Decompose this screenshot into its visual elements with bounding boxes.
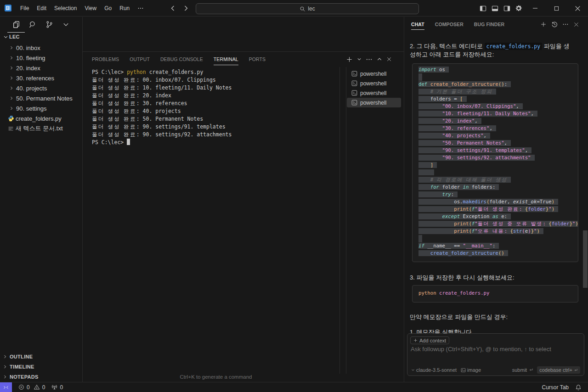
panel-more-actions-icon[interactable] [366, 56, 373, 63]
menu-run[interactable]: Run [116, 2, 134, 14]
korean-text-run: 생성 [108, 123, 121, 130]
menu-view[interactable]: View [81, 2, 101, 14]
toggle-panel-button[interactable] [489, 0, 501, 17]
problems-indicator[interactable]: 0 0 [18, 384, 45, 391]
toggle-primary-sidebar-button[interactable] [477, 0, 489, 17]
terminal-session-item[interactable]: powershell [347, 78, 401, 88]
terminal-session-item[interactable]: powershell [347, 69, 401, 78]
panel-tab-ports[interactable]: PORTS [249, 52, 266, 67]
chat-scrollbar-thumb[interactable] [583, 230, 588, 288]
folder-name: 40. projects [16, 85, 47, 92]
menu-selection[interactable]: Selection [51, 2, 81, 14]
code-line [418, 235, 578, 242]
sidebar-section-outline[interactable]: OUTLINE [0, 352, 82, 362]
plus-icon [413, 338, 418, 342]
chat-input-box[interactable]: Add context Ask followup (Ctrl+Shift+Y),… [407, 333, 584, 376]
menu-more[interactable] [134, 2, 148, 14]
submit-button[interactable]: submit [512, 367, 533, 373]
more-views-chevron-icon[interactable] [57, 17, 74, 32]
search-view-icon[interactable] [24, 17, 41, 32]
korean-text-run: 생성 [108, 100, 121, 106]
panel-tab-debug-console[interactable]: DEBUG CONSOLE [160, 52, 203, 67]
tree-twisty [8, 76, 15, 80]
terminal-line: 폴더 생성 완료: 90. settings/91. templates [92, 123, 340, 131]
selection-highlight: # 기본 폴더 구조 정의 [418, 89, 496, 95]
code-token: folder [528, 206, 546, 212]
tree-file[interactable]: create_folders.py [0, 113, 82, 123]
terminal-output[interactable]: PS C:\lec> python create_folders.py폴더 생성… [92, 68, 340, 146]
add-context-button[interactable]: Add context [410, 336, 449, 344]
sidebar-section-notepads[interactable]: NOTEPADS [0, 372, 82, 382]
model-selector[interactable]: claude-3.5-sonnet [411, 367, 457, 373]
panel-tab-output[interactable]: OUTPUT [130, 52, 150, 67]
tree-folder[interactable]: 30. references [0, 73, 82, 83]
attach-image-button[interactable]: image [461, 367, 481, 373]
tree-folder[interactable]: 00. inbox [0, 43, 82, 53]
tree-file[interactable]: 새 텍스트 문서.txt [0, 123, 82, 134]
file-name: 새 텍스트 문서.txt [16, 124, 63, 133]
code-line: except Exception as e: [418, 213, 578, 220]
code-token: , [525, 147, 528, 153]
menu-edit[interactable]: Edit [33, 2, 51, 14]
codebase-button[interactable]: codebase ctrl+ [537, 366, 580, 374]
submit-label: submit [512, 367, 527, 373]
code-token: : [492, 243, 495, 249]
korean-text-run: 완료 [124, 92, 136, 99]
chat-tab-bug-finder[interactable]: BUG FINDER [474, 17, 504, 32]
panel-tab-problems[interactable]: PROBLEMS [92, 52, 119, 67]
code-token: "오류 내용: [475, 228, 510, 234]
window-minimize-button[interactable] [525, 0, 546, 17]
code-token: () [498, 250, 504, 256]
panel-maximize-chevron-icon[interactable] [377, 56, 382, 62]
tree-folder[interactable]: 50. Permanent Notes [0, 93, 82, 103]
workspace-root-label: LEC [9, 34, 20, 39]
chat-close-icon[interactable] [573, 22, 579, 28]
explorer-sidebar: LEC 00. inbox10. fleeting20. index30. re… [0, 17, 83, 382]
code-token: folders: [469, 184, 495, 190]
window-maximize-button[interactable] [546, 0, 567, 17]
tree-folder[interactable]: 10. fleeting [0, 53, 82, 63]
ports-indicator[interactable]: 0 [51, 384, 63, 391]
korean-text-run: 기본 [436, 89, 448, 95]
command-center-search[interactable]: lec [196, 3, 419, 14]
menu-go[interactable]: Go [101, 2, 116, 14]
chat-more-actions-icon[interactable] [562, 21, 569, 28]
source-control-view-icon[interactable] [41, 17, 57, 32]
tree-folder[interactable]: 90. settings [0, 103, 82, 113]
chat-history-icon[interactable] [551, 21, 558, 28]
cursor-tab-indicator[interactable]: Cursor Tab [542, 384, 569, 391]
terminal-session-item[interactable]: powershell [347, 88, 401, 98]
panel-tab-terminal[interactable]: TERMINAL [214, 52, 238, 67]
window-close-button[interactable] [567, 0, 588, 17]
terminal-session-item[interactable]: powershell [347, 98, 401, 107]
explorer-view-icon[interactable] [8, 17, 24, 32]
forward-arrow-icon[interactable] [182, 5, 190, 12]
run-command-code-block[interactable]: python create_folders.py [412, 285, 578, 302]
tree-folder[interactable]: 20. index [0, 63, 82, 73]
chat-tab-chat[interactable]: CHAT [411, 17, 424, 32]
new-terminal-button[interactable] [346, 56, 353, 63]
code-token [418, 169, 430, 175]
sidebar-section-label: OUTLINE [10, 354, 33, 359]
python-code-block[interactable]: import osdef create_folder_structure(): … [412, 63, 578, 262]
remote-indicator[interactable] [0, 382, 12, 392]
back-arrow-icon[interactable] [169, 5, 176, 12]
code-token: ) [537, 228, 540, 234]
terminal-profile-chevron-icon[interactable] [357, 57, 362, 62]
tree-folder[interactable]: 40. projects [0, 83, 82, 93]
new-chat-button[interactable] [540, 21, 547, 28]
terminal-line: 폴더 생성 완료: 50. Permanent Notes [92, 115, 340, 123]
terminal-token: PS C:\lec> [92, 69, 127, 75]
korean-text-run: 폴더 [92, 116, 105, 122]
settings-gear-icon[interactable] [513, 0, 525, 17]
terminal-token: python [127, 69, 146, 75]
panel-close-icon[interactable] [386, 56, 392, 62]
radio-tower-icon [51, 384, 57, 390]
sidebar-section-timeline[interactable]: TIMELINE [0, 362, 82, 372]
bell-icon[interactable] [575, 384, 582, 391]
toggle-secondary-sidebar-button[interactable] [501, 0, 513, 17]
menu-file[interactable]: File [17, 2, 33, 14]
chat-tab-composer[interactable]: COMPOSER [435, 17, 464, 32]
workspace-root-header[interactable]: LEC [0, 32, 82, 42]
terminal-tabs-sash[interactable] [346, 67, 346, 374]
